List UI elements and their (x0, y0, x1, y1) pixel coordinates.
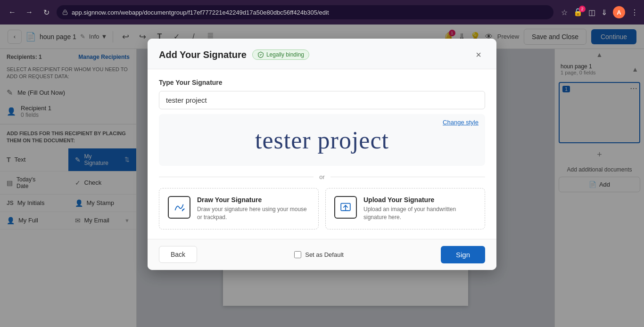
draw-signature-info: Draw Your Signature Draw your signature … (197, 196, 310, 221)
upload-signature-title: Upload Your Signature (363, 196, 476, 204)
draw-signature-card[interactable]: Draw Your Signature Draw your signature … (159, 188, 319, 229)
modal-close-button[interactable]: × (472, 48, 485, 61)
nav-forward-button[interactable]: → (23, 6, 36, 19)
sign-button[interactable]: Sign (441, 246, 485, 263)
modal-header: Add Your Signature Legally binding × (148, 39, 496, 69)
browser-icons: ☆ 🔒 2 ◫ ⇓ A ⋮ (561, 6, 638, 18)
draw-signature-title: Draw Your Signature (197, 196, 310, 204)
signature-preview: Change style tester project (159, 114, 485, 166)
upload-signature-card[interactable]: Upload Your Signature Upload an image of… (325, 188, 485, 229)
back-modal-button[interactable]: Back (159, 246, 197, 263)
svg-rect-0 (63, 12, 67, 15)
address-bar: app.signnow.com/webapp/documentgroup/f17… (57, 5, 553, 19)
modal-overlay: Add Your Signature Legally binding × Typ… (0, 25, 644, 327)
modal-body: Type Your Signature Change style tester … (148, 69, 496, 239)
nav-back-button[interactable]: ← (6, 6, 19, 19)
shield-icon (257, 51, 264, 58)
notification-icon[interactable]: 🔒 2 (573, 8, 583, 17)
draw-signature-icon (168, 196, 190, 219)
upload-signature-icon (334, 196, 357, 219)
download-icon[interactable]: ⇓ (601, 8, 607, 17)
or-divider: or (159, 173, 485, 180)
modal-footer: Back Set as Default Sign (148, 239, 496, 270)
legal-badge: Legally binding (252, 49, 309, 60)
set-default-label[interactable]: Set as Default (294, 251, 344, 258)
upload-signature-info: Upload Your Signature Upload an image of… (363, 196, 476, 221)
url-text: app.signnow.com/webapp/documentgroup/f17… (72, 9, 329, 16)
nav-reload-button[interactable]: ↻ (40, 6, 53, 19)
browser-chrome: ← → ↻ app.signnow.com/webapp/documentgro… (0, 0, 644, 25)
draw-signature-desc: Draw your signature here using your mous… (197, 205, 310, 221)
profile-avatar[interactable]: A (613, 6, 625, 18)
menu-icon[interactable]: ⋮ (631, 8, 638, 17)
signature-input[interactable] (159, 91, 485, 109)
set-default-checkbox[interactable] (294, 251, 301, 258)
star-icon[interactable]: ☆ (561, 8, 568, 17)
change-style-link[interactable]: Change style (443, 119, 479, 126)
type-signature-label: Type Your Signature (159, 79, 485, 86)
upload-signature-desc: Upload an image of your handwritten sign… (363, 205, 476, 221)
modal-title: Add Your Signature (159, 49, 247, 60)
legal-badge-text: Legally binding (266, 51, 304, 58)
signature-options: Draw Your Signature Draw your signature … (159, 188, 485, 229)
add-signature-modal: Add Your Signature Legally binding × Typ… (148, 39, 496, 270)
signature-rendered-text: tester project (255, 126, 389, 154)
extensions-icon[interactable]: ◫ (588, 8, 595, 17)
